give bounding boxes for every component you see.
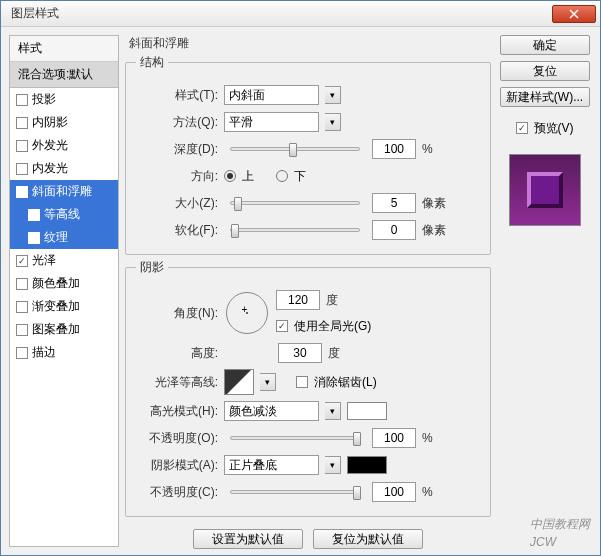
style-checkbox[interactable]: [16, 186, 28, 198]
style-checkbox[interactable]: [28, 209, 40, 221]
close-button[interactable]: [552, 5, 596, 23]
layer-style-dialog: 图层样式 样式 混合选项:默认 投影内阴影外发光内发光斜面和浮雕等高线纹理光泽颜…: [0, 0, 601, 556]
styles-list-panel: 样式 混合选项:默认 投影内阴影外发光内发光斜面和浮雕等高线纹理光泽颜色叠加渐变…: [9, 35, 119, 547]
window-title: 图层样式: [11, 5, 59, 22]
antialias-checkbox[interactable]: [296, 376, 308, 388]
action-panel: 确定 复位 新建样式(W)... 预览(V): [497, 35, 592, 547]
contour-picker[interactable]: [224, 369, 254, 395]
soften-slider[interactable]: [230, 228, 360, 232]
style-item-7[interactable]: 光泽: [10, 249, 118, 272]
chevron-down-icon[interactable]: ▾: [325, 456, 341, 474]
style-item-label: 投影: [32, 91, 56, 108]
chevron-down-icon[interactable]: ▾: [325, 86, 341, 104]
style-item-label: 颜色叠加: [32, 275, 80, 292]
angle-label: 角度(N):: [136, 305, 218, 322]
global-light-checkbox[interactable]: [276, 320, 288, 332]
style-combobox[interactable]: 内斜面: [224, 85, 319, 105]
shadow-mode-combobox[interactable]: 正片叠底: [224, 455, 319, 475]
reset-button[interactable]: 复位: [500, 61, 590, 81]
style-item-4[interactable]: 斜面和浮雕: [10, 180, 118, 203]
altitude-label: 高度:: [136, 345, 218, 362]
styles-header[interactable]: 样式: [10, 36, 118, 62]
preview-label: 预览(V): [534, 120, 574, 137]
style-item-5[interactable]: 等高线: [10, 203, 118, 226]
angle-dial[interactable]: [226, 292, 268, 334]
preview-inner: [527, 172, 563, 208]
depth-label: 深度(D):: [136, 141, 218, 158]
style-item-6[interactable]: 纹理: [10, 226, 118, 249]
style-item-1[interactable]: 内阴影: [10, 111, 118, 134]
structure-legend: 结构: [136, 54, 168, 71]
style-checkbox[interactable]: [16, 347, 28, 359]
highlight-opacity-slider[interactable]: [230, 436, 360, 440]
style-checkbox[interactable]: [16, 94, 28, 106]
shading-group: 阴影 角度(N): 120 度 使用全局光(G): [125, 259, 491, 517]
reset-default-button[interactable]: 复位为默认值: [313, 529, 423, 549]
angle-input[interactable]: 120: [276, 290, 320, 310]
style-item-2[interactable]: 外发光: [10, 134, 118, 157]
global-light-label: 使用全局光(G): [294, 318, 371, 335]
ok-button[interactable]: 确定: [500, 35, 590, 55]
gloss-contour-label: 光泽等高线:: [136, 374, 218, 391]
style-item-11[interactable]: 描边: [10, 341, 118, 364]
depth-slider[interactable]: [230, 147, 360, 151]
direction-label: 方向:: [136, 168, 218, 185]
depth-input[interactable]: 100: [372, 139, 416, 159]
shadow-mode-label: 阴影模式(A):: [136, 457, 218, 474]
bevel-emboss-title: 斜面和浮雕: [125, 35, 491, 52]
shadow-opacity-input[interactable]: 100: [372, 482, 416, 502]
style-item-label: 纹理: [44, 229, 68, 246]
antialias-label: 消除锯齿(L): [314, 374, 377, 391]
preview-swatch: [509, 154, 581, 226]
px-unit: 像素: [422, 195, 446, 212]
direction-up-label: 上: [242, 168, 254, 185]
direction-down-radio[interactable]: [276, 170, 288, 182]
highlight-color-swatch[interactable]: [347, 402, 387, 420]
style-item-label: 光泽: [32, 252, 56, 269]
close-icon: [569, 9, 579, 19]
preview-checkbox[interactable]: [516, 122, 528, 134]
shadow-color-swatch[interactable]: [347, 456, 387, 474]
style-checkbox[interactable]: [16, 278, 28, 290]
style-item-0[interactable]: 投影: [10, 88, 118, 111]
style-checkbox[interactable]: [16, 324, 28, 336]
soften-input[interactable]: 0: [372, 220, 416, 240]
highlight-opacity-label: 不透明度(O):: [136, 430, 218, 447]
highlight-mode-label: 高光模式(H):: [136, 403, 218, 420]
structure-group: 结构 样式(T): 内斜面 ▾ 方法(Q): 平滑 ▾ 深度(D): 100 %: [125, 54, 491, 255]
style-item-3[interactable]: 内发光: [10, 157, 118, 180]
settings-panel: 斜面和浮雕 结构 样式(T): 内斜面 ▾ 方法(Q): 平滑 ▾ 深度(D):…: [125, 35, 491, 547]
size-slider[interactable]: [230, 201, 360, 205]
style-checkbox[interactable]: [16, 255, 28, 267]
shadow-opacity-slider[interactable]: [230, 490, 360, 494]
shadow-opacity-label: 不透明度(C):: [136, 484, 218, 501]
shading-legend: 阴影: [136, 259, 168, 276]
style-item-8[interactable]: 颜色叠加: [10, 272, 118, 295]
style-item-9[interactable]: 渐变叠加: [10, 295, 118, 318]
highlight-opacity-input[interactable]: 100: [372, 428, 416, 448]
style-checkbox[interactable]: [16, 301, 28, 313]
method-combobox[interactable]: 平滑: [224, 112, 319, 132]
highlight-mode-combobox[interactable]: 颜色减淡: [224, 401, 319, 421]
style-checkbox[interactable]: [16, 163, 28, 175]
style-item-10[interactable]: 图案叠加: [10, 318, 118, 341]
size-input[interactable]: 5: [372, 193, 416, 213]
style-checkbox[interactable]: [16, 117, 28, 129]
style-item-label: 内阴影: [32, 114, 68, 131]
style-item-label: 描边: [32, 344, 56, 361]
style-checkbox[interactable]: [16, 140, 28, 152]
method-label: 方法(Q):: [136, 114, 218, 131]
altitude-input[interactable]: 30: [278, 343, 322, 363]
chevron-down-icon[interactable]: ▾: [260, 373, 276, 391]
style-checkbox[interactable]: [28, 232, 40, 244]
style-item-label: 内发光: [32, 160, 68, 177]
style-item-label: 渐变叠加: [32, 298, 80, 315]
style-label: 样式(T):: [136, 87, 218, 104]
set-default-button[interactable]: 设置为默认值: [193, 529, 303, 549]
blend-options-header[interactable]: 混合选项:默认: [10, 62, 118, 88]
style-item-label: 等高线: [44, 206, 80, 223]
chevron-down-icon[interactable]: ▾: [325, 113, 341, 131]
chevron-down-icon[interactable]: ▾: [325, 402, 341, 420]
new-style-button[interactable]: 新建样式(W)...: [500, 87, 590, 107]
direction-up-radio[interactable]: [224, 170, 236, 182]
